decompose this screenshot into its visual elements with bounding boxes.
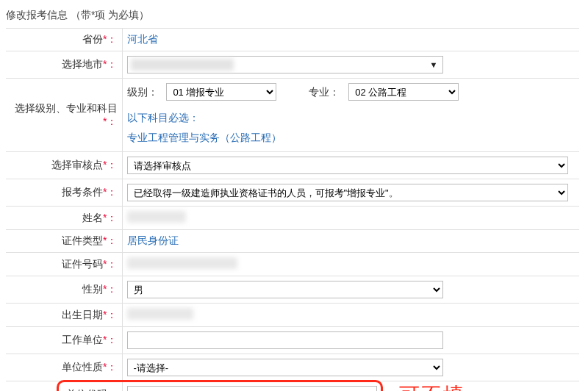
- row-gender: 性别*： 男: [6, 276, 579, 304]
- row-birthdate: 出生日期*：: [6, 304, 579, 327]
- city-value-hidden: [131, 59, 234, 71]
- required-mark: *：: [103, 309, 117, 320]
- city-select[interactable]: ▼: [127, 56, 443, 73]
- audit-point-select[interactable]: 请选择审核点: [127, 157, 568, 174]
- major-select[interactable]: 02 公路工程: [348, 83, 459, 101]
- province-value: 河北省: [127, 33, 158, 45]
- label-province: 省份: [82, 33, 103, 45]
- required-mark: *：: [103, 159, 117, 171]
- form-table: 省份*： 河北省 选择地市*： ▼ 选择级别、专业和科目 *： 级别： 01 增…: [6, 28, 579, 391]
- label-name: 姓名: [82, 212, 103, 223]
- required-mark: *：: [103, 361, 117, 373]
- label-id-no: 证件号码: [62, 258, 103, 270]
- annotation-text: 可不填: [399, 381, 465, 391]
- required-mark: *：: [103, 186, 117, 198]
- required-mark: *：: [103, 33, 117, 45]
- subject-hint-item: 专业工程管理与实务（公路工程）: [127, 128, 576, 148]
- id-type-value: 居民身份证: [127, 234, 179, 246]
- required-mark: *：: [103, 115, 117, 127]
- required-mark: *：: [103, 258, 117, 270]
- label-major: 专业：: [309, 86, 340, 98]
- row-province: 省份*： 河北省: [6, 29, 579, 51]
- birthdate-value-hidden: [127, 308, 193, 320]
- label-conditions: 报考条件: [62, 186, 103, 198]
- label-unit-code: 单位代码：: [66, 388, 118, 391]
- label-unit-nature: 单位性质: [62, 361, 103, 373]
- id-no-value-hidden: [127, 257, 237, 269]
- label-gender: 性别: [82, 283, 103, 295]
- row-unit-nature: 单位性质*： -请选择-: [6, 354, 579, 381]
- row-level-major: 选择级别、专业和科目 *： 级别： 01 增报专业 专业： 02 公路工程 以下…: [6, 79, 579, 152]
- label-id-type: 证件类型: [62, 234, 103, 246]
- required-mark: *：: [103, 212, 117, 223]
- row-city: 选择地市*： ▼: [6, 51, 579, 79]
- required-mark: *：: [103, 58, 117, 70]
- row-name: 姓名*：: [6, 207, 579, 230]
- page-title: 修改报考信息 （带*项 为必填）: [6, 6, 588, 28]
- label-work-unit: 工作单位: [62, 334, 103, 345]
- unit-nature-select[interactable]: -请选择-: [127, 359, 443, 376]
- required-mark: *：: [103, 234, 117, 246]
- label-level-group: 选择级别、专业和科目: [15, 102, 118, 114]
- row-id-type: 证件类型*： 居民身份证: [6, 230, 579, 253]
- gender-select[interactable]: 男: [127, 281, 443, 298]
- subject-hint-title: 以下科目必选：: [127, 108, 576, 128]
- label-audit-point: 选择审核点: [51, 159, 103, 171]
- work-unit-input[interactable]: [127, 331, 443, 349]
- label-city: 选择地市: [62, 58, 103, 70]
- row-conditions: 报考条件*： 已经取得一级建造师执业资格证书的人员，可报考"增报专业"。: [6, 179, 579, 207]
- required-mark: *：: [103, 334, 117, 345]
- level-select[interactable]: 01 增报专业: [166, 83, 276, 101]
- row-unit-code: 单位代码： 可不填: [6, 381, 579, 391]
- unit-code-input[interactable]: [127, 386, 377, 391]
- label-level: 级别：: [127, 86, 158, 98]
- row-work-unit: 工作单位*：: [6, 327, 579, 354]
- conditions-select[interactable]: 已经取得一级建造师执业资格证书的人员，可报考"增报专业"。: [127, 184, 568, 201]
- label-birthdate: 出生日期: [62, 309, 103, 320]
- name-value-hidden: [127, 211, 186, 223]
- required-mark: *：: [103, 283, 117, 295]
- row-audit-point: 选择审核点*： 请选择审核点: [6, 152, 579, 179]
- row-id-no: 证件号码*：: [6, 253, 579, 276]
- chevron-down-icon: ▼: [430, 60, 438, 69]
